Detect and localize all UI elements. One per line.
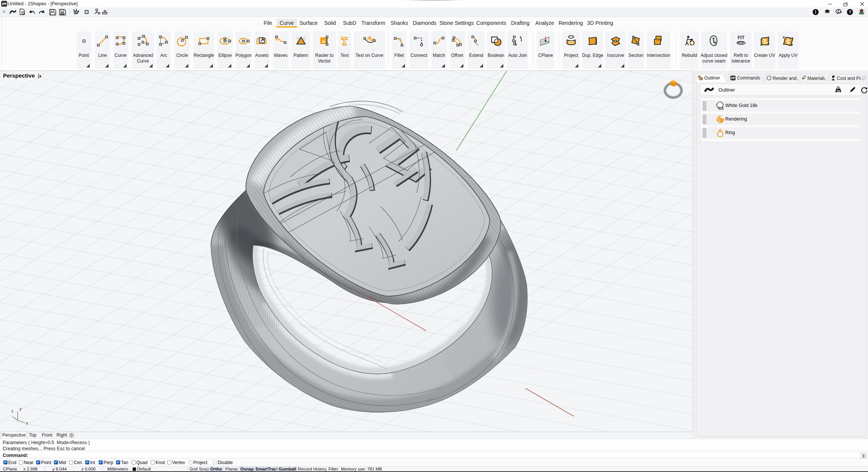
svg-text:y: y	[20, 406, 22, 411]
svg-text:18K: 18K	[719, 107, 723, 110]
svg-text:z: z	[11, 409, 14, 413]
svg-text:x: x	[26, 421, 28, 425]
svg-text:?: ?	[849, 10, 851, 14]
svg-text:Kg: Kg	[837, 89, 840, 92]
